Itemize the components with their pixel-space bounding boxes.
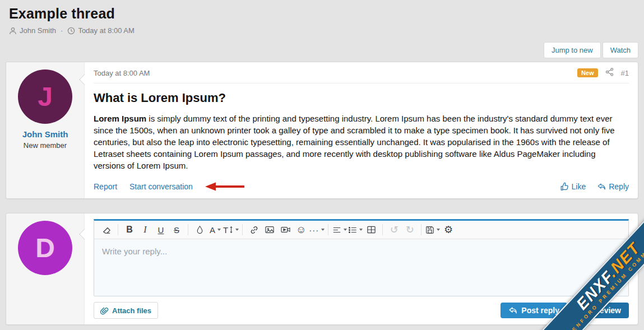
- undo-icon[interactable]: ↺: [386, 223, 402, 237]
- person-icon: [9, 27, 17, 35]
- post-1: J John Smith New member Today at 8:00 AM…: [6, 62, 638, 199]
- post-title: What is Lorem Ipsum?: [94, 91, 629, 105]
- toolbar-separator: [188, 224, 188, 235]
- paperclip-icon: [100, 306, 109, 315]
- page-title: Example thread: [9, 6, 135, 22]
- underline-icon[interactable]: U: [153, 223, 169, 237]
- thread-author-link[interactable]: John Smith: [20, 26, 56, 35]
- strikethrough-icon[interactable]: S: [169, 223, 184, 237]
- post-message: Today at 8:00 AM New #1 What is Lorem Ip…: [85, 62, 638, 198]
- caret-down-icon: [344, 229, 347, 231]
- caret-down-icon: [321, 229, 325, 231]
- post-author-cell: J John Smith New member: [6, 62, 85, 198]
- jump-to-new-button[interactable]: Jump to new: [544, 42, 601, 58]
- text-color-icon[interactable]: [192, 223, 207, 237]
- caret-down-icon: [437, 229, 440, 231]
- caret-down-icon: [235, 229, 239, 231]
- current-user-avatar[interactable]: D: [18, 221, 72, 275]
- toolbar-separator: [242, 224, 243, 235]
- reply-label: Reply: [609, 182, 629, 191]
- caret-down-icon: [217, 229, 221, 231]
- red-arrow-annotation: [203, 182, 245, 192]
- drafts-icon[interactable]: [425, 223, 441, 237]
- reply-link[interactable]: Reply: [597, 182, 629, 191]
- redo-icon[interactable]: ↻: [402, 223, 418, 237]
- like-label: Like: [572, 182, 586, 191]
- post-footer: Report Start conversation Like Reply: [94, 182, 629, 192]
- caret-down-icon: [359, 229, 363, 231]
- post-number-link[interactable]: #1: [621, 69, 629, 77]
- editor-settings-icon[interactable]: ⚙: [441, 223, 456, 237]
- watch-button[interactable]: Watch: [603, 42, 638, 58]
- font-size-icon[interactable]: T: [223, 223, 239, 237]
- editor-footer: Attach files Post reply Preview: [94, 302, 629, 319]
- reply-placeholder: Write your reply...: [102, 247, 167, 256]
- attach-files-button[interactable]: Attach files: [94, 302, 158, 319]
- post-body-text: is simply dummy text of the printing and…: [94, 114, 615, 170]
- new-badge: New: [577, 68, 598, 77]
- insert-link-icon[interactable]: [246, 223, 262, 237]
- italic-icon[interactable]: I: [137, 223, 153, 237]
- start-conversation-link[interactable]: Start conversation: [129, 182, 193, 191]
- more-options-icon[interactable]: ···: [309, 223, 325, 237]
- share-icon[interactable]: [605, 68, 614, 78]
- reply-input[interactable]: Write your reply...: [94, 239, 628, 296]
- reply-message: B I U S A T ☺ ··· ↺ ↻: [85, 213, 638, 324]
- clock-icon: [67, 27, 75, 35]
- meta-separator: ·: [61, 26, 63, 35]
- author-role: New member: [24, 141, 67, 150]
- list-icon[interactable]: [348, 223, 363, 237]
- reply-author-cell: D: [6, 213, 85, 324]
- report-link[interactable]: Report: [94, 182, 117, 191]
- thumbs-up-icon: [560, 182, 569, 191]
- insert-image-icon[interactable]: [262, 223, 277, 237]
- thread-header: Example thread John Smith · Today at 8:0…: [9, 6, 135, 35]
- reply-arrow-icon: [508, 306, 517, 315]
- post-header: Today at 8:00 AM New #1: [94, 68, 629, 83]
- toolbar-separator: [382, 224, 383, 235]
- thread-meta: John Smith · Today at 8:00 AM: [9, 26, 135, 35]
- rich-text-editor: B I U S A T ☺ ··· ↺ ↻: [94, 219, 629, 296]
- author-name-link[interactable]: John Smith: [22, 129, 68, 139]
- toolbar-separator: [118, 224, 118, 235]
- reply-arrow-icon: [597, 182, 606, 191]
- post-body-lead: Lorem Ipsum: [94, 114, 146, 123]
- post-reply-label: Post reply: [521, 306, 559, 315]
- toolbar-separator: [328, 224, 328, 235]
- thread-actions: Jump to new Watch: [544, 42, 638, 58]
- remove-format-icon[interactable]: [99, 223, 114, 237]
- toolbar-separator: [421, 224, 421, 235]
- insert-table-icon[interactable]: [363, 223, 379, 237]
- bold-icon[interactable]: B: [122, 223, 137, 237]
- font-family-icon[interactable]: A: [207, 223, 223, 237]
- insert-media-icon[interactable]: [277, 223, 293, 237]
- attach-files-label: Attach files: [112, 306, 151, 315]
- editor-toolbar: B I U S A T ☺ ··· ↺ ↻: [94, 221, 628, 239]
- post-body: Lorem Ipsum is simply dummy text of the …: [94, 113, 629, 171]
- post-date-link[interactable]: Today at 8:00 AM: [94, 69, 150, 77]
- align-icon[interactable]: [332, 223, 348, 237]
- avatar[interactable]: J: [18, 69, 72, 124]
- emoji-icon[interactable]: ☺: [293, 223, 309, 237]
- like-link[interactable]: Like: [560, 182, 586, 191]
- reply-editor-card: D B I U S A T ☺ ···: [6, 213, 638, 325]
- thread-date[interactable]: Today at 8:00 AM: [78, 26, 134, 35]
